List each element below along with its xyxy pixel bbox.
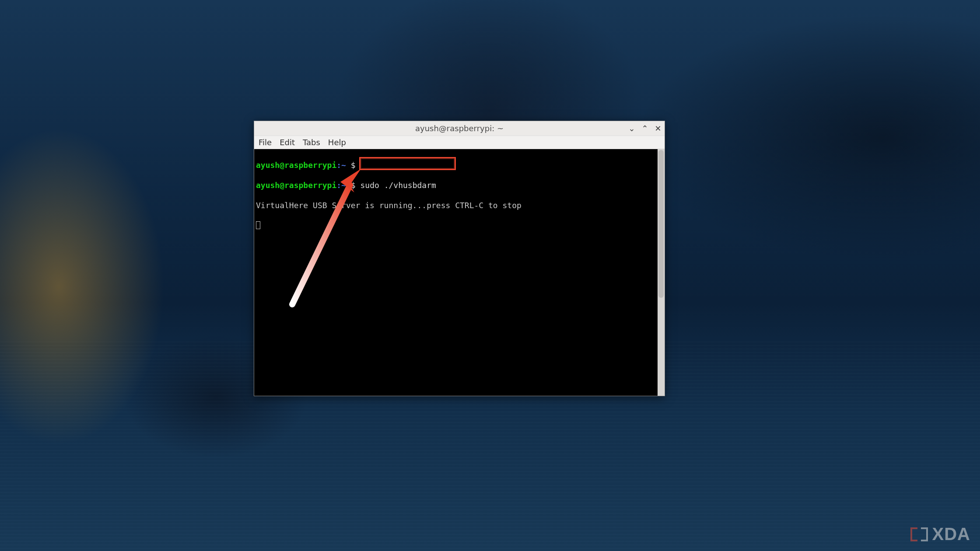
menu-help[interactable]: Help (328, 138, 346, 147)
titlebar[interactable]: ayush@raspberrypi: ~ ⌄ ⌃ ✕ (254, 121, 665, 136)
prompt-symbol: $ (351, 181, 356, 190)
prompt-line: ayush@raspberrypi:~ $ sudo ./vhusbdarm (256, 180, 663, 190)
menu-file[interactable]: File (259, 138, 272, 147)
prompt-path: : (336, 160, 341, 170)
window-controls: ⌄ ⌃ ✕ (628, 121, 662, 136)
terminal-output: VirtualHere USB Server is running...pres… (256, 200, 663, 210)
watermark-text: XDA (932, 524, 970, 544)
window-title: ayush@raspberrypi: ~ (415, 124, 504, 133)
menu-edit[interactable]: Edit (280, 138, 295, 147)
maximize-icon[interactable]: ⌃ (641, 125, 649, 133)
watermark-logo-icon (910, 526, 928, 543)
prompt-user: ayush@raspberrypi (256, 181, 336, 190)
command-text: sudo ./vhusbdarm (360, 181, 436, 190)
prompt-tilde: ~ (341, 160, 346, 170)
scrollbar-thumb[interactable] (658, 150, 664, 298)
prompt-symbol: $ (351, 160, 356, 170)
prompt-line: ayush@raspberrypi:~ $ (256, 160, 663, 170)
terminal-window: ayush@raspberrypi: ~ ⌄ ⌃ ✕ File Edit Tab… (254, 121, 665, 396)
terminal-cursor (256, 221, 260, 229)
menubar: File Edit Tabs Help (254, 136, 665, 149)
watermark: XDA (910, 524, 970, 544)
prompt-tilde: ~ (341, 181, 346, 190)
scrollbar[interactable] (658, 149, 665, 396)
menu-tabs[interactable]: Tabs (303, 138, 320, 147)
terminal-body[interactable]: ayush@raspberrypi:~ $ ayush@raspberrypi:… (254, 149, 665, 396)
prompt-user: ayush@raspberrypi (256, 160, 336, 170)
prompt-path: : (336, 181, 341, 190)
close-icon[interactable]: ✕ (654, 125, 662, 133)
minimize-icon[interactable]: ⌄ (628, 125, 636, 133)
